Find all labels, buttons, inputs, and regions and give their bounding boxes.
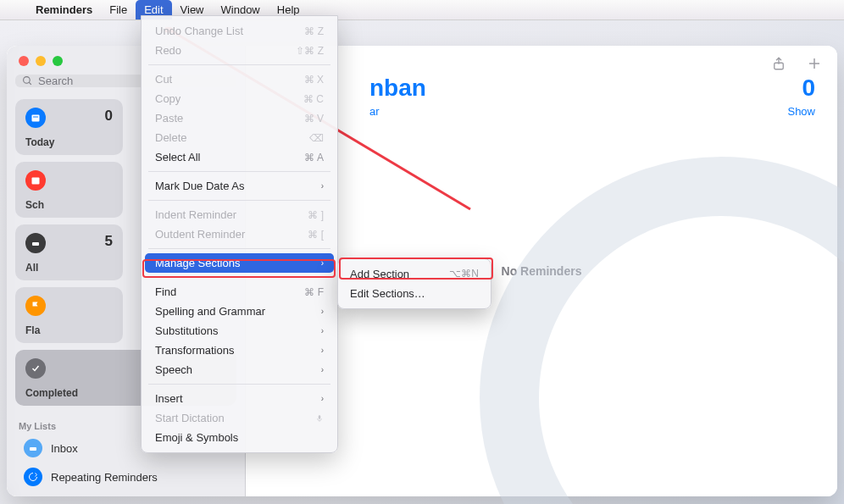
edit-paste[interactable]: Paste⌘ V xyxy=(142,108,337,128)
show-toggle[interactable]: Show xyxy=(787,105,815,118)
smartlist-all[interactable]: 5 All xyxy=(15,224,123,280)
menu-bar: Reminders File Edit View Window Help xyxy=(0,0,844,20)
svg-rect-5 xyxy=(32,242,39,246)
desktop: Search 0 Today Sch xyxy=(0,20,844,504)
smartlist-label: Sch xyxy=(25,199,113,211)
search-icon xyxy=(22,75,33,86)
svg-rect-3 xyxy=(33,117,38,118)
flag-icon xyxy=(25,296,46,316)
edit-dictation[interactable]: Start Dictation xyxy=(142,408,337,428)
list-label: Inbox xyxy=(51,442,78,455)
menu-app-name[interactable]: Reminders xyxy=(27,0,101,19)
smartlist-count: 5 xyxy=(105,233,113,250)
svg-rect-6 xyxy=(30,447,36,451)
fullscreen-window-button[interactable] xyxy=(53,56,63,66)
minimize-window-button[interactable] xyxy=(36,56,46,66)
smartlist-today[interactable]: 0 Today xyxy=(15,99,123,155)
edit-find[interactable]: Find⌘ F xyxy=(142,282,337,302)
edit-transformations[interactable]: Transformations› xyxy=(142,341,337,360)
list-count: 0 xyxy=(802,75,815,102)
svg-line-1 xyxy=(29,82,31,85)
smartlist-label: Fla xyxy=(25,324,113,336)
list-icon xyxy=(24,468,42,486)
edit-dropdown: Undo Change List⌘ Z Redo⇧⌘ Z Cut⌘ X Copy… xyxy=(141,15,338,453)
svg-rect-22 xyxy=(319,415,321,419)
edit-undo[interactable]: Undo Change List⌘ Z xyxy=(142,21,337,41)
manage-sections-submenu: Add Section⌥⌘N Edit Sections… xyxy=(337,258,491,309)
calendar-icon xyxy=(25,108,46,128)
svg-rect-2 xyxy=(32,115,40,122)
list-kanban[interactable]: Kanban xyxy=(12,491,240,496)
tray-icon xyxy=(25,233,46,253)
edit-mark-due[interactable]: Mark Due Date As› xyxy=(142,176,337,196)
calendar-icon xyxy=(25,170,46,191)
smartlist-flagged[interactable]: Fla xyxy=(15,287,123,343)
edit-manage-sections[interactable]: Manage Sections› xyxy=(145,253,334,273)
add-reminder-icon[interactable] xyxy=(807,56,822,71)
search-placeholder: Search xyxy=(38,75,73,87)
list-label: Repeating Reminders xyxy=(51,471,158,484)
close-window-button[interactable] xyxy=(19,56,29,66)
edit-select-all[interactable]: Select All⌘ A xyxy=(142,147,337,167)
edit-copy[interactable]: Copy⌘ C xyxy=(142,89,337,108)
edit-insert[interactable]: Insert› xyxy=(142,389,337,408)
list-repeating[interactable]: Repeating Reminders xyxy=(12,462,240,491)
edit-sections[interactable]: Edit Sections… xyxy=(338,284,491,303)
smartlist-label: Today xyxy=(25,136,113,148)
edit-substitutions[interactable]: Substitutions› xyxy=(142,321,337,341)
check-icon xyxy=(25,358,46,379)
smartlist-label: All xyxy=(25,262,113,274)
edit-outdent[interactable]: Outdent Reminder⌘ [ xyxy=(142,224,337,244)
edit-indent[interactable]: Indent Reminder⌘ ] xyxy=(142,205,337,224)
list-icon xyxy=(24,439,42,457)
edit-delete[interactable]: Delete⌫ xyxy=(142,128,337,147)
edit-spelling[interactable]: Spelling and Grammar› xyxy=(142,302,337,321)
svg-rect-4 xyxy=(32,178,40,185)
add-section[interactable]: Add Section⌥⌘N xyxy=(338,264,491,284)
edit-cut[interactable]: Cut⌘ X xyxy=(142,69,337,89)
edit-emoji[interactable]: Emoji & Symbols xyxy=(142,428,337,447)
smartlist-count: 0 xyxy=(105,108,113,125)
share-icon[interactable] xyxy=(771,56,786,71)
svg-point-0 xyxy=(24,77,31,84)
edit-redo[interactable]: Redo⇧⌘ Z xyxy=(142,41,337,60)
edit-speech[interactable]: Speech› xyxy=(142,360,337,379)
mic-icon xyxy=(315,413,324,424)
menu-file[interactable]: File xyxy=(101,0,136,19)
smartlist-scheduled[interactable]: Sch xyxy=(15,162,123,218)
